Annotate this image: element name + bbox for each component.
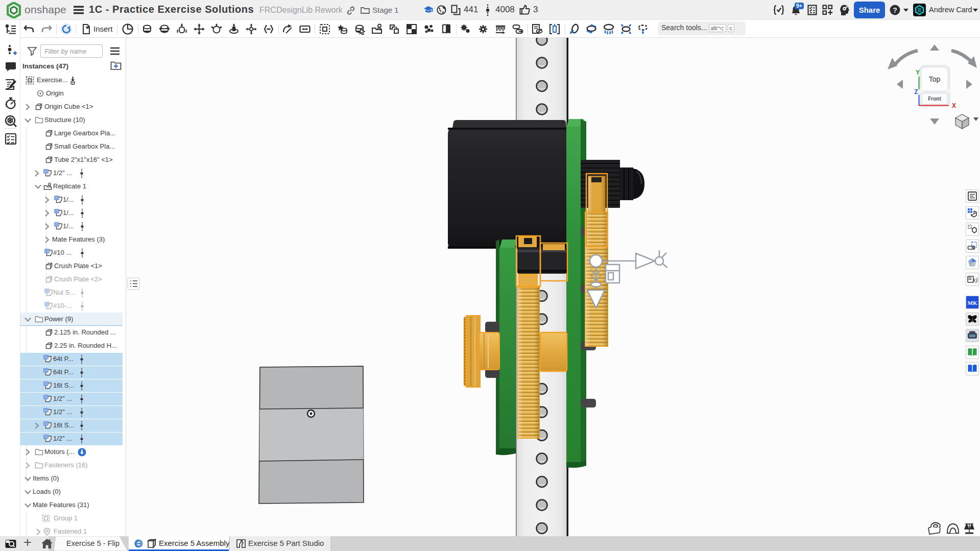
- svg-text:Z: Z: [914, 88, 918, 95]
- svg-text:X: X: [952, 102, 956, 109]
- svg-text:?: ?: [893, 6, 897, 14]
- svg-text:Top: Top: [929, 75, 941, 83]
- svg-text:Y: Y: [916, 69, 920, 76]
- svg-text:MK: MK: [968, 300, 977, 306]
- svg-text:Front: Front: [928, 96, 941, 102]
- svg-text:x): x): [972, 276, 977, 283]
